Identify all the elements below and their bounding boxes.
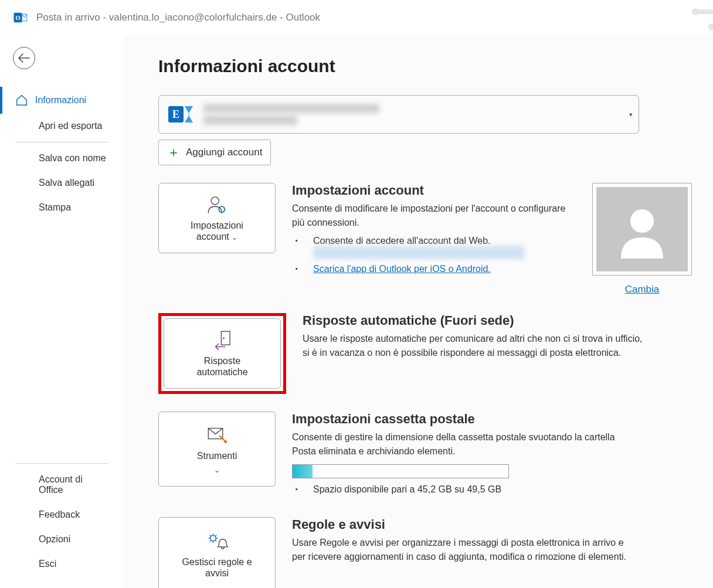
nav-salva-nome[interactable]: Salva con nome [0, 146, 123, 171]
nav-feedback[interactable]: Feedback [0, 502, 123, 527]
button-label: Strumenti [197, 451, 237, 461]
section-desc: Consente di gestire la dimensione della … [292, 430, 638, 458]
chevron-down-icon: ⌄ [214, 466, 220, 474]
svg-point-13 [708, 23, 713, 30]
account-selector[interactable]: E ▾ [158, 95, 639, 134]
add-account-button[interactable]: ＋ Aggiungi account [158, 140, 271, 165]
button-line2: account [196, 232, 229, 242]
nav-account-office[interactable]: Account di Office [0, 467, 123, 502]
nav-label: Salva allegati [39, 178, 94, 188]
watermark-icon [684, 0, 713, 47]
button-line1: Gestisci regole e [182, 557, 252, 567]
tools-button[interactable]: Strumenti ⌄ [158, 412, 276, 487]
separator [15, 463, 108, 464]
account-info-redacted [203, 101, 630, 127]
envelope-brush-icon [205, 424, 229, 446]
manage-rules-button[interactable]: Gestisci regole e avvisi [158, 517, 276, 588]
button-line1: Risposte [204, 356, 240, 366]
svg-point-8 [223, 337, 225, 339]
section-title: Impostazioni account [292, 183, 569, 198]
bullet-text: Consente di accedere all'account dal Web… [313, 236, 491, 246]
nav-label: Feedback [39, 509, 80, 520]
nav-label: Esci [39, 559, 56, 569]
section-title: Regole e avvisi [292, 517, 638, 532]
outlook-logo-icon: O [12, 9, 28, 26]
door-arrow-icon [210, 329, 234, 351]
svg-point-6 [630, 209, 654, 233]
svg-text:E: E [172, 108, 179, 120]
home-icon [15, 94, 28, 107]
person-gear-icon [205, 194, 229, 215]
highlight-frame: Risposte automatiche [158, 313, 286, 394]
download-app-link[interactable]: Scarica l'app di Outlook per iOS o Andro… [313, 264, 491, 274]
nav-informazioni[interactable]: Informazioni [0, 87, 123, 114]
nav-stampa[interactable]: Stampa [0, 195, 123, 220]
auto-replies-button[interactable]: Risposte automatiche [164, 318, 281, 389]
redacted-link [313, 246, 524, 259]
nav-opzioni[interactable]: Opzioni [0, 527, 123, 552]
section-desc: Usare Regole e avvisi per organizzare i … [292, 536, 638, 564]
sidebar: Informazioni Apri ed esporta Salva con n… [0, 35, 123, 588]
title-bar: O Posta in arrivo - valentina.lo_iacono@… [0, 0, 713, 35]
nav-label: Apri ed esporta [39, 121, 103, 131]
add-account-label: Aggiungi account [186, 147, 262, 158]
nav-label: Informazioni [35, 95, 86, 106]
section-desc: Usare le risposte automatiche per comuni… [303, 332, 649, 360]
svg-rect-7 [221, 331, 230, 345]
section-title: Risposte automatiche (Fuori sede) [303, 313, 649, 328]
nav-label: Opzioni [39, 534, 70, 545]
section-title: Impostazioni cassetta postale [292, 412, 638, 427]
plus-icon: ＋ [167, 144, 180, 161]
main-content: Informazioni account E ▾ ＋ Aggiungi acco… [123, 35, 713, 588]
gear-bell-icon [205, 531, 229, 552]
svg-point-10 [224, 440, 227, 443]
chevron-down-icon: ▾ [629, 111, 633, 118]
change-photo-link[interactable]: Cambia [625, 284, 660, 295]
chevron-down-icon: ⌄ [232, 233, 237, 242]
nav-esci[interactable]: Esci [0, 552, 123, 576]
svg-text:O: O [15, 15, 20, 21]
account-settings-button[interactable]: Impostazioni account ⌄ [158, 183, 276, 253]
window-title: Posta in arrivo - valentina.lo_iacono@co… [36, 12, 320, 23]
button-line1: Impostazioni [191, 220, 243, 230]
nav-apri-esporta[interactable]: Apri ed esporta [0, 114, 123, 138]
exchange-icon: E [167, 101, 195, 127]
nav-label: Salva con nome [39, 153, 106, 164]
section-desc: Consente di modificare le impostazioni p… [292, 202, 569, 230]
button-line2: avvisi [205, 568, 229, 578]
nav-salva-allegati[interactable]: Salva allegati [0, 171, 123, 195]
separator [15, 142, 108, 142]
back-button[interactable] [13, 47, 35, 69]
svg-point-11 [210, 535, 216, 541]
mailbox-space-text: Spazio disponibile pari a 45,2 GB su 49,… [292, 484, 638, 495]
mailbox-usage-bar [292, 464, 509, 478]
profile-picture [592, 183, 692, 276]
nav-label: Stampa [39, 202, 71, 213]
svg-point-4 [211, 197, 219, 205]
nav-label: Account di Office [39, 474, 109, 495]
page-title: Informazioni account [158, 56, 692, 76]
person-placeholder-icon [613, 200, 671, 259]
arrow-left-icon [18, 53, 30, 63]
button-line2: automatiche [196, 367, 247, 377]
mailbox-usage-fill [293, 465, 313, 478]
